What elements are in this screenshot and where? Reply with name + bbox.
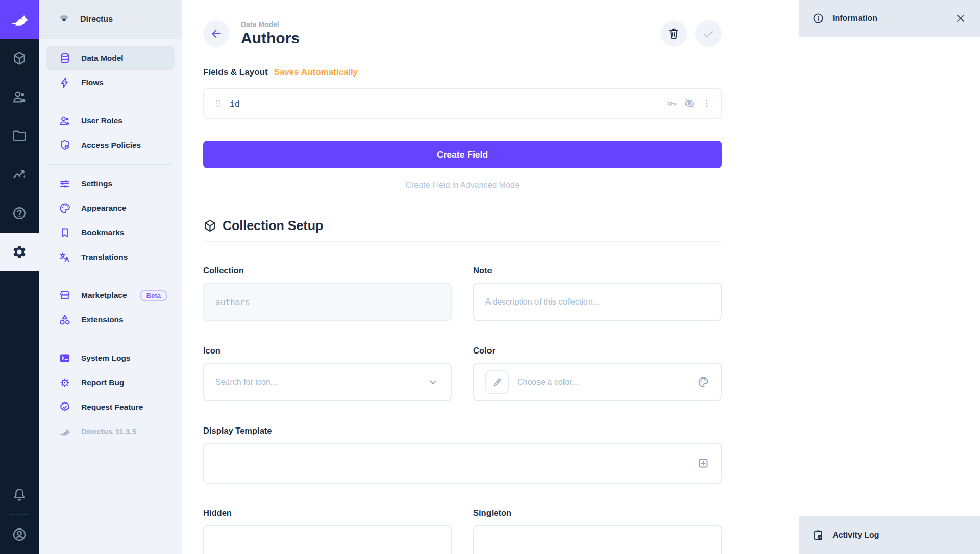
sidebar-item-access-policies[interactable]: Access Policies [46, 133, 175, 158]
display-template-input[interactable] [215, 459, 697, 468]
check-icon [702, 27, 715, 40]
sidebar-divider [48, 276, 173, 276]
collection-input [215, 297, 439, 307]
note-input-shell [473, 283, 722, 321]
autosave-status: Saves Automatically [274, 67, 358, 78]
sidebar-version: Directus 11.3.5 [46, 419, 175, 444]
right-panel: Information Activity Log [799, 0, 980, 554]
color-label: Color [473, 346, 722, 356]
box-icon [12, 51, 27, 66]
sidebar-item-flows[interactable]: Flows [46, 70, 175, 95]
main-header: Data Model Authors [203, 20, 722, 47]
icon-search-input[interactable] [215, 377, 427, 387]
module-settings-button[interactable] [0, 233, 39, 271]
information-header: Information [799, 0, 980, 37]
project-name: Directus [80, 15, 113, 24]
breadcrumb: Data Model [241, 20, 300, 29]
collection-setup-heading: Collection Setup [203, 218, 722, 242]
activity-log-label: Activity Log [832, 531, 879, 540]
notifications-button[interactable] [0, 475, 39, 514]
eye-off-icon[interactable] [684, 98, 695, 109]
sidebar-item-translations[interactable]: Translations [46, 245, 175, 269]
icon-label: Icon [203, 346, 452, 356]
sidebar-item-label: Appearance [81, 204, 127, 213]
database-icon [59, 52, 71, 64]
collection-input-shell [203, 283, 452, 321]
create-field-advanced-link[interactable]: Create Field in Advanced Mode [203, 181, 722, 190]
color-swatch-button[interactable] [485, 370, 509, 394]
sidebar-item-marketplace[interactable]: Marketplace Beta [46, 283, 175, 308]
directus-logo-button[interactable] [0, 0, 39, 39]
note-input[interactable] [485, 297, 709, 307]
sidebar-item-label: Settings [81, 179, 112, 188]
sidebar-item-user-roles[interactable]: User Roles [46, 109, 175, 133]
singleton-input-shell[interactable] [473, 525, 722, 554]
arrow-left-icon [210, 27, 223, 40]
save-button[interactable] [695, 20, 722, 47]
display-template-input-shell [203, 443, 722, 484]
key-icon [667, 98, 678, 109]
note-field-group: Note [473, 266, 722, 321]
back-button[interactable] [203, 20, 230, 47]
insights-icon [12, 167, 27, 182]
field-row-id[interactable]: id [203, 88, 722, 119]
sidebar-item-system-logs[interactable]: System Logs [46, 346, 175, 370]
hidden-field-group: Hidden [203, 508, 452, 554]
settings-gear-icon [12, 244, 27, 260]
box-icon [203, 219, 217, 233]
module-files-button[interactable] [0, 116, 39, 155]
activity-log-button[interactable]: Activity Log [799, 516, 980, 554]
hidden-label: Hidden [203, 508, 452, 518]
eyedropper-icon [492, 376, 503, 388]
sidebar-divider [48, 164, 173, 165]
color-field-group: Color [473, 346, 722, 401]
field-name: id [230, 99, 239, 109]
sidebar-divider [48, 102, 173, 102]
sidebar-item-bookmarks[interactable]: Bookmarks [46, 220, 175, 245]
sidebar-item-data-model[interactable]: Data Model [46, 46, 175, 70]
sidebar-item-request-feature[interactable]: Request Feature [46, 395, 175, 419]
extensions-icon [59, 314, 71, 326]
sidebar-item-appearance[interactable]: Appearance [46, 196, 175, 220]
sidebar-item-report-bug[interactable]: Report Bug [46, 370, 175, 395]
delete-collection-button[interactable] [660, 20, 687, 47]
collection-setup-form: Collection Note Icon [203, 266, 722, 554]
user-circle-icon [12, 527, 27, 542]
more-vertical-icon[interactable] [701, 98, 713, 109]
bolt-icon [59, 77, 71, 89]
icon-field-group: Icon [203, 346, 452, 401]
sidebar-item-label: Report Bug [81, 378, 124, 387]
folder-icon [12, 128, 27, 143]
color-input[interactable] [517, 377, 697, 387]
drag-handle-icon[interactable] [212, 98, 224, 109]
sidebar-item-label: Data Model [81, 54, 124, 63]
hidden-input-shell[interactable] [203, 525, 452, 554]
add-box-icon[interactable] [697, 457, 709, 469]
sidebar-item-settings[interactable]: Settings [46, 171, 175, 196]
note-label: Note [473, 266, 722, 275]
display-template-label: Display Template [203, 426, 722, 436]
chevron-down-icon[interactable] [427, 376, 439, 388]
project-header[interactable]: Directus [39, 0, 182, 39]
close-panel-button[interactable] [954, 12, 967, 24]
icon-select[interactable] [203, 363, 452, 401]
module-insights-button[interactable] [0, 155, 39, 194]
sidebar-item-extensions[interactable]: Extensions [46, 308, 175, 332]
sidebar-item-label: Extensions [81, 315, 124, 324]
sidebar-item-label: User Roles [81, 116, 122, 125]
activity-log-icon [812, 529, 824, 541]
bookmark-icon [59, 226, 71, 239]
module-users-button[interactable] [0, 78, 39, 116]
create-field-button[interactable]: Create Field [203, 141, 722, 168]
shield-person-icon [59, 139, 71, 152]
palette-icon[interactable] [697, 376, 709, 388]
fields-layout-label: Fields & Layout [203, 67, 268, 78]
information-title: Information [832, 14, 877, 23]
user-menu-button[interactable] [0, 515, 39, 554]
module-content-button[interactable] [0, 39, 39, 78]
sidebar-item-label: Translations [81, 253, 128, 262]
module-help-button[interactable] [0, 194, 39, 233]
sidebar-item-label: Access Policies [81, 141, 141, 150]
singleton-field-group: Singleton [473, 508, 722, 554]
sidebar-item-label: Request Feature [81, 402, 143, 412]
